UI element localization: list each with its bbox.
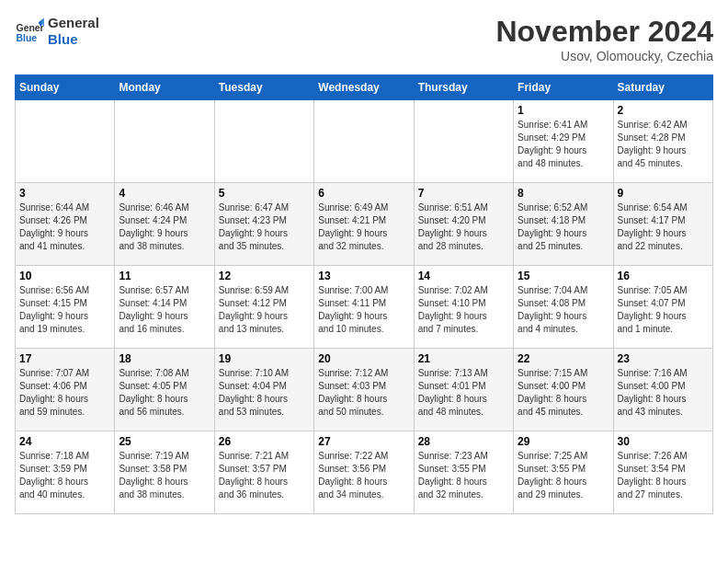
day-info: Sunrise: 7:02 AMSunset: 4:10 PMDaylight:… — [418, 284, 509, 336]
calendar-cell: 9Sunrise: 6:54 AMSunset: 4:17 PMDaylight… — [613, 183, 712, 266]
day-number: 10 — [19, 270, 110, 282]
calendar-cell — [214, 100, 313, 183]
calendar-cell: 22Sunrise: 7:15 AMSunset: 4:00 PMDayligh… — [514, 349, 613, 431]
calendar-cell: 3Sunrise: 6:44 AMSunset: 4:26 PMDaylight… — [16, 183, 115, 266]
day-number: 9 — [618, 187, 709, 200]
day-number: 17 — [19, 352, 110, 365]
calendar-cell: 21Sunrise: 7:13 AMSunset: 4:01 PMDayligh… — [414, 349, 513, 431]
calendar-cell: 8Sunrise: 6:52 AMSunset: 4:18 PMDaylight… — [514, 183, 613, 266]
day-info: Sunrise: 6:44 AMSunset: 4:26 PMDaylight:… — [19, 201, 110, 253]
day-number: 11 — [119, 270, 210, 282]
day-info: Sunrise: 6:46 AMSunset: 4:24 PMDaylight:… — [119, 201, 210, 253]
day-number: 3 — [19, 187, 110, 200]
calendar-cell — [115, 100, 214, 183]
calendar: SundayMondayTuesdayWednesdayThursdayFrid… — [15, 75, 713, 514]
calendar-cell: 13Sunrise: 7:00 AMSunset: 4:11 PMDayligh… — [314, 266, 414, 349]
calendar-cell: 23Sunrise: 7:16 AMSunset: 4:00 PMDayligh… — [613, 349, 712, 431]
day-number: 7 — [418, 187, 509, 200]
calendar-week-3: 10Sunrise: 6:56 AMSunset: 4:15 PMDayligh… — [16, 266, 713, 349]
calendar-week-4: 17Sunrise: 7:07 AMSunset: 4:06 PMDayligh… — [16, 349, 713, 431]
calendar-cell: 19Sunrise: 7:10 AMSunset: 4:04 PMDayligh… — [214, 349, 313, 431]
weekday-header-monday: Monday — [115, 75, 214, 100]
calendar-cell: 14Sunrise: 7:02 AMSunset: 4:10 PMDayligh… — [414, 266, 513, 349]
day-info: Sunrise: 7:25 AMSunset: 3:55 PMDaylight:… — [518, 450, 609, 501]
day-info: Sunrise: 7:23 AMSunset: 3:55 PMDaylight:… — [418, 450, 509, 501]
calendar-cell — [414, 100, 513, 183]
day-info: Sunrise: 6:41 AMSunset: 4:29 PMDaylight:… — [518, 119, 609, 170]
weekday-header-sunday: Sunday — [16, 75, 115, 100]
calendar-cell: 28Sunrise: 7:23 AMSunset: 3:55 PMDayligh… — [414, 431, 513, 514]
day-info: Sunrise: 7:21 AMSunset: 3:57 PMDaylight:… — [219, 450, 310, 501]
day-info: Sunrise: 7:00 AMSunset: 4:11 PMDaylight:… — [318, 284, 409, 336]
logo-line1: General — [48, 15, 99, 31]
day-number: 15 — [518, 270, 609, 282]
day-info: Sunrise: 7:08 AMSunset: 4:05 PMDaylight:… — [119, 367, 210, 419]
calendar-cell: 20Sunrise: 7:12 AMSunset: 4:03 PMDayligh… — [314, 349, 414, 431]
title-area: November 2024 Usov, Olomoucky, Czechia — [495, 15, 713, 63]
calendar-cell: 25Sunrise: 7:19 AMSunset: 3:58 PMDayligh… — [115, 431, 214, 514]
day-info: Sunrise: 7:18 AMSunset: 3:59 PMDaylight:… — [19, 450, 110, 501]
calendar-cell: 4Sunrise: 6:46 AMSunset: 4:24 PMDaylight… — [115, 183, 214, 266]
day-number: 23 — [618, 352, 709, 365]
calendar-cell: 16Sunrise: 7:05 AMSunset: 4:07 PMDayligh… — [613, 266, 712, 349]
calendar-cell: 6Sunrise: 6:49 AMSunset: 4:21 PMDaylight… — [314, 183, 414, 266]
day-number: 27 — [318, 435, 409, 448]
calendar-cell: 7Sunrise: 6:51 AMSunset: 4:20 PMDaylight… — [414, 183, 513, 266]
day-number: 25 — [119, 435, 210, 448]
day-info: Sunrise: 6:47 AMSunset: 4:23 PMDaylight:… — [219, 201, 310, 253]
weekday-header-thursday: Thursday — [414, 75, 513, 100]
calendar-cell: 26Sunrise: 7:21 AMSunset: 3:57 PMDayligh… — [214, 431, 313, 514]
day-number: 16 — [618, 270, 709, 282]
location: Usov, Olomoucky, Czechia — [495, 49, 713, 63]
calendar-cell: 1Sunrise: 6:41 AMSunset: 4:29 PMDaylight… — [514, 100, 613, 183]
day-info: Sunrise: 7:07 AMSunset: 4:06 PMDaylight:… — [19, 367, 110, 419]
day-info: Sunrise: 6:57 AMSunset: 4:14 PMDaylight:… — [119, 284, 210, 336]
day-number: 22 — [518, 352, 609, 365]
weekday-header-wednesday: Wednesday — [314, 75, 414, 100]
day-info: Sunrise: 7:10 AMSunset: 4:04 PMDaylight:… — [219, 367, 310, 419]
day-info: Sunrise: 7:22 AMSunset: 3:56 PMDaylight:… — [318, 450, 409, 501]
day-number: 4 — [119, 187, 210, 200]
calendar-cell — [16, 100, 115, 183]
calendar-cell — [314, 100, 414, 183]
day-number: 13 — [318, 270, 409, 282]
header: General Blue General Blue November 2024 … — [15, 15, 713, 63]
day-info: Sunrise: 7:04 AMSunset: 4:08 PMDaylight:… — [518, 284, 609, 336]
calendar-cell: 10Sunrise: 6:56 AMSunset: 4:15 PMDayligh… — [16, 266, 115, 349]
day-number: 20 — [318, 352, 409, 365]
day-info: Sunrise: 6:52 AMSunset: 4:18 PMDaylight:… — [518, 201, 609, 253]
day-info: Sunrise: 6:54 AMSunset: 4:17 PMDaylight:… — [618, 201, 709, 253]
day-info: Sunrise: 7:19 AMSunset: 3:58 PMDaylight:… — [119, 450, 210, 501]
day-number: 18 — [119, 352, 210, 365]
day-number: 26 — [219, 435, 310, 448]
calendar-cell: 17Sunrise: 7:07 AMSunset: 4:06 PMDayligh… — [16, 349, 115, 431]
day-number: 30 — [618, 435, 709, 448]
calendar-cell: 5Sunrise: 6:47 AMSunset: 4:23 PMDaylight… — [214, 183, 313, 266]
day-number: 6 — [318, 187, 409, 200]
day-number: 12 — [219, 270, 310, 282]
calendar-cell: 18Sunrise: 7:08 AMSunset: 4:05 PMDayligh… — [115, 349, 214, 431]
calendar-week-5: 24Sunrise: 7:18 AMSunset: 3:59 PMDayligh… — [16, 431, 713, 514]
day-info: Sunrise: 6:42 AMSunset: 4:28 PMDaylight:… — [618, 119, 709, 170]
weekday-header-saturday: Saturday — [613, 75, 712, 100]
day-number: 2 — [618, 104, 709, 117]
day-number: 1 — [518, 104, 609, 117]
calendar-week-2: 3Sunrise: 6:44 AMSunset: 4:26 PMDaylight… — [16, 183, 713, 266]
calendar-cell: 27Sunrise: 7:22 AMSunset: 3:56 PMDayligh… — [314, 431, 414, 514]
weekday-header-friday: Friday — [514, 75, 613, 100]
day-info: Sunrise: 7:15 AMSunset: 4:00 PMDaylight:… — [518, 367, 609, 419]
day-info: Sunrise: 7:16 AMSunset: 4:00 PMDaylight:… — [618, 367, 709, 419]
day-info: Sunrise: 6:56 AMSunset: 4:15 PMDaylight:… — [19, 284, 110, 336]
calendar-cell: 24Sunrise: 7:18 AMSunset: 3:59 PMDayligh… — [16, 431, 115, 514]
calendar-cell: 2Sunrise: 6:42 AMSunset: 4:28 PMDaylight… — [613, 100, 712, 183]
logo-line2: Blue — [48, 31, 99, 48]
day-info: Sunrise: 7:26 AMSunset: 3:54 PMDaylight:… — [618, 450, 709, 501]
day-number: 19 — [219, 352, 310, 365]
day-number: 29 — [518, 435, 609, 448]
day-number: 21 — [418, 352, 509, 365]
logo-icon: General Blue — [15, 17, 44, 46]
day-info: Sunrise: 6:51 AMSunset: 4:20 PMDaylight:… — [418, 201, 509, 253]
weekday-header-row: SundayMondayTuesdayWednesdayThursdayFrid… — [16, 75, 713, 100]
day-number: 8 — [518, 187, 609, 200]
day-info: Sunrise: 6:59 AMSunset: 4:12 PMDaylight:… — [219, 284, 310, 336]
